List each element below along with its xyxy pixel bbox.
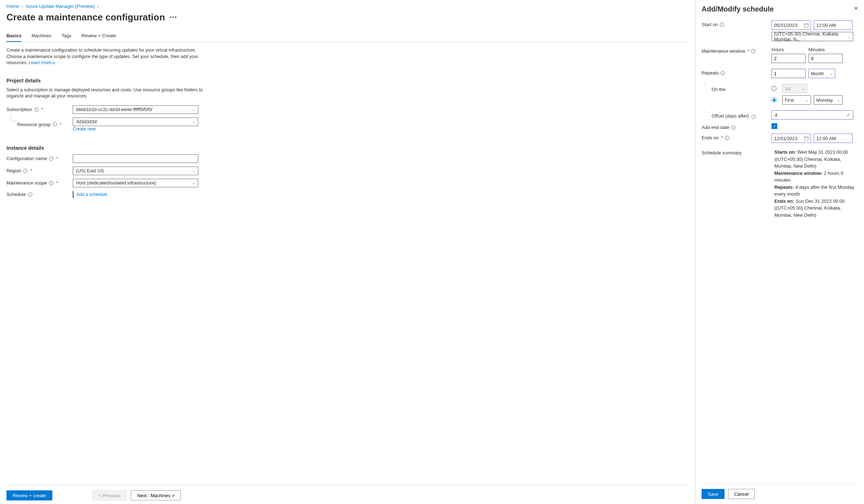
info-icon[interactable]: i <box>53 122 57 126</box>
info-icon[interactable]: i <box>23 169 28 173</box>
breadcrumb-update-manager[interactable]: Azure Update Manager (Preview) <box>26 4 95 9</box>
timezone-select[interactable]: (UTC+05:30) Chennai, Kolkata, Mumbai, N.… <box>772 32 853 41</box>
chevron-down-icon: ⌄ <box>192 169 195 173</box>
info-icon[interactable]: i <box>34 107 39 112</box>
offset-input[interactable]: 4 ✓ <box>772 110 853 120</box>
cancel-button[interactable]: Cancel <box>728 489 755 499</box>
schedule-indicator-bar <box>73 191 73 198</box>
info-icon[interactable]: i <box>731 125 735 130</box>
close-icon[interactable]: ✕ <box>854 5 858 12</box>
add-end-date-checkbox[interactable]: ✓ <box>772 123 777 129</box>
schedule-summary-text: Starts on: Wed May 31 2023 00:00 ((UTC+0… <box>772 149 858 219</box>
scope-select[interactable]: Host (dedicated/isolated infrastructure)… <box>73 179 198 187</box>
chevron-down-icon: ⌄ <box>830 72 833 76</box>
config-name-label: Configuration name i * <box>6 156 73 161</box>
section-instance-details: Instance details <box>6 145 689 151</box>
hours-label: Hours <box>772 47 806 52</box>
tab-tags[interactable]: Tags <box>62 30 71 42</box>
intro-text: Create a maintenance configuration to sc… <box>6 47 207 66</box>
resource-group-label: Resource group i * <box>17 122 73 127</box>
maintenance-window-label: Maintenance window * i <box>702 47 772 54</box>
learn-more-link[interactable]: Learn more⧉ <box>29 60 55 65</box>
on-the-label: On the <box>712 85 726 92</box>
schedule-side-panel: Add/Modify schedule ✕ Start on i 05/31/2… <box>696 0 864 504</box>
svg-rect-2 <box>804 137 808 140</box>
start-time-input[interactable]: 12:00 AM <box>814 20 853 30</box>
resource-group-select[interactable]: 3d3d3d3d ⌄ <box>73 117 198 126</box>
schedule-label: Schedule i <box>6 192 73 197</box>
config-name-input[interactable] <box>73 154 198 163</box>
page-title: Create a maintenance configuration <box>6 12 165 23</box>
ends-on-label: Ends on * i <box>702 134 772 140</box>
subscription-select[interactable]: bbbb1b1b-cc2c-dd3d-ee4e-ffffff5f5f5f ⌄ <box>73 105 198 114</box>
breadcrumb: Home › Azure Update Manager (Preview) › <box>6 4 689 9</box>
ordinal-select[interactable]: First ⌄ <box>782 95 811 105</box>
offset-label: Offset (days after) i <box>712 112 756 119</box>
scope-label: Maintenance scope i * <box>6 180 73 186</box>
start-date-input[interactable]: 05/31/2023 <box>772 20 811 30</box>
schedule-summary-label: Schedule summary <box>702 149 772 155</box>
info-icon[interactable]: i <box>721 71 725 75</box>
end-time-input[interactable]: 12:00 AM <box>814 134 853 143</box>
chevron-down-icon: ⌄ <box>848 35 851 39</box>
repeats-label: Repeats i <box>702 69 772 76</box>
review-create-button[interactable]: Review + create <box>6 490 52 500</box>
on-day-radio[interactable] <box>772 86 777 91</box>
next-button[interactable]: Next : Machines > <box>131 490 180 500</box>
repeat-number-input[interactable] <box>772 69 806 78</box>
tab-review-create[interactable]: Review + Create <box>81 30 116 42</box>
tab-machines[interactable]: Machines <box>32 30 52 42</box>
on-weekday-radio[interactable] <box>772 97 777 102</box>
section-project-details: Project details <box>6 78 689 83</box>
info-icon[interactable]: i <box>751 115 756 119</box>
calendar-icon <box>804 136 808 140</box>
info-icon[interactable]: i <box>725 136 729 140</box>
chevron-down-icon: ⌄ <box>192 181 195 185</box>
footer-bar: Review + create < Previous Next : Machin… <box>6 485 689 500</box>
add-schedule-link[interactable]: Add a schedule <box>76 192 107 197</box>
chevron-down-icon: ⌄ <box>806 98 808 102</box>
day-of-month-select: 1st ⌄ <box>782 84 807 93</box>
hours-input[interactable] <box>772 54 806 63</box>
subscription-label: Subscription i * <box>6 107 73 112</box>
weekday-select[interactable]: Monday ⌄ <box>814 95 842 105</box>
info-icon[interactable]: i <box>49 181 53 185</box>
chevron-right-icon: › <box>22 4 23 9</box>
repeat-unit-select[interactable]: Month ⌄ <box>808 69 835 78</box>
info-icon[interactable]: i <box>28 192 32 197</box>
region-select[interactable]: (US) East US ⌄ <box>73 167 198 175</box>
info-icon[interactable]: i <box>751 49 755 53</box>
save-button[interactable]: Save <box>702 489 725 499</box>
checkmark-icon: ✓ <box>846 112 850 117</box>
region-label: Region i * <box>6 168 73 173</box>
breadcrumb-home[interactable]: Home <box>6 4 19 9</box>
chevron-down-icon: ⌄ <box>192 107 195 111</box>
end-date-input[interactable]: 12/31/2023 <box>772 134 811 143</box>
info-icon[interactable]: i <box>720 23 724 27</box>
tabs-bar: Basics Machines Tags Review + Create <box>6 30 689 42</box>
side-panel-footer: Save Cancel <box>702 484 858 499</box>
previous-button: < Previous <box>92 490 127 500</box>
start-on-label: Start on i <box>702 20 772 27</box>
project-details-desc: Select a subscription to manage deployed… <box>6 87 207 100</box>
minutes-label: Minutes <box>808 47 842 52</box>
create-new-link[interactable]: Create new <box>73 126 96 131</box>
add-end-date-label: Add end date i <box>702 123 772 130</box>
calendar-icon <box>804 23 808 27</box>
svg-rect-0 <box>804 24 808 27</box>
more-menu-icon[interactable]: ··· <box>169 12 177 23</box>
minutes-input[interactable] <box>808 54 842 63</box>
chevron-down-icon: ⌄ <box>837 98 840 102</box>
chevron-down-icon: ⌄ <box>802 87 805 91</box>
chevron-right-icon: › <box>98 4 99 9</box>
tab-basics[interactable]: Basics <box>6 30 22 42</box>
info-icon[interactable]: i <box>49 157 53 161</box>
chevron-down-icon: ⌄ <box>192 120 195 124</box>
external-link-icon: ⧉ <box>52 61 55 65</box>
side-panel-title: Add/Modify schedule <box>702 5 774 13</box>
